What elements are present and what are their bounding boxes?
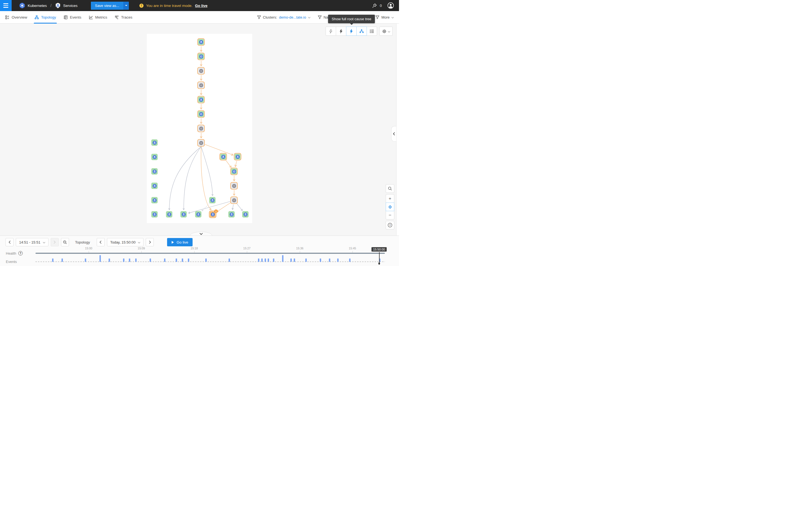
go-live-button[interactable]: Go live bbox=[167, 238, 193, 246]
list-view-button[interactable] bbox=[366, 26, 377, 36]
root-cause-none-button[interactable] bbox=[326, 26, 336, 36]
topology-node-a3[interactable] bbox=[198, 68, 204, 74]
event-bar[interactable] bbox=[261, 259, 263, 262]
tab-events[interactable]: Events bbox=[63, 11, 81, 23]
event-bar[interactable] bbox=[294, 259, 295, 262]
root-cause-direct-button[interactable] bbox=[336, 26, 346, 36]
topology-node-d4[interactable] bbox=[195, 211, 202, 217]
event-bar[interactable] bbox=[329, 259, 330, 262]
tick-label: 15:45 bbox=[349, 247, 356, 250]
timeline-zoom-out-button[interactable] bbox=[61, 238, 69, 246]
hamburger-menu-button[interactable] bbox=[0, 0, 12, 11]
graph-search-button[interactable] bbox=[386, 184, 394, 193]
zoom-out-button[interactable]: − bbox=[386, 211, 394, 220]
save-view-as-button[interactable]: Save view as... bbox=[91, 2, 129, 10]
topology-node-a5[interactable] bbox=[198, 96, 204, 103]
event-bar[interactable] bbox=[85, 259, 86, 262]
topology-node-a6[interactable] bbox=[198, 111, 204, 117]
event-bar[interactable] bbox=[129, 259, 130, 262]
tab-topology[interactable]: Topology bbox=[35, 11, 56, 23]
event-bar[interactable] bbox=[273, 259, 274, 262]
right-panel-expand-handle[interactable] bbox=[391, 126, 396, 141]
event-bar[interactable] bbox=[282, 255, 283, 262]
topology-node-a1[interactable] bbox=[198, 39, 204, 45]
user-avatar[interactable] bbox=[387, 2, 394, 9]
topology-node-d2[interactable] bbox=[166, 211, 172, 217]
zoom-in-button[interactable]: + bbox=[386, 194, 394, 203]
topology-node-d5[interactable]: 1 bbox=[209, 211, 216, 217]
topology-node-d7[interactable] bbox=[242, 211, 249, 217]
topology-node-a4[interactable] bbox=[198, 82, 204, 89]
topology-node-l4[interactable] bbox=[151, 183, 158, 189]
node-alert-badge[interactable]: 1 bbox=[214, 209, 218, 213]
event-bar[interactable] bbox=[349, 259, 350, 262]
topology-node-a7[interactable] bbox=[198, 125, 204, 132]
event-bar[interactable] bbox=[123, 259, 125, 262]
tab-traces[interactable]: Traces bbox=[115, 11, 132, 23]
health-timeline-bar[interactable] bbox=[36, 253, 385, 254]
event-bar[interactable] bbox=[320, 259, 321, 262]
topology-node-l2[interactable] bbox=[151, 154, 158, 160]
event-bar[interactable] bbox=[337, 259, 339, 262]
topology-node-l1[interactable] bbox=[151, 139, 158, 146]
chevron-down-icon bbox=[392, 16, 394, 18]
timeline-collapse-handle[interactable] bbox=[190, 232, 212, 235]
playhead-line[interactable] bbox=[379, 252, 380, 264]
event-bar[interactable] bbox=[205, 259, 207, 262]
event-bar[interactable] bbox=[258, 259, 259, 262]
event-bar[interactable] bbox=[229, 259, 230, 262]
topology-node-c1[interactable] bbox=[209, 197, 215, 203]
go-live-link[interactable]: Go live bbox=[195, 4, 208, 8]
topology-node-b4[interactable] bbox=[231, 183, 237, 189]
event-bar[interactable] bbox=[135, 259, 137, 262]
event-bar[interactable] bbox=[52, 259, 54, 262]
clusters-value[interactable]: demo-de...tate.io bbox=[279, 15, 306, 19]
event-bar[interactable] bbox=[182, 259, 183, 262]
fit-to-screen-button[interactable] bbox=[386, 203, 394, 211]
event-bar[interactable] bbox=[265, 259, 266, 262]
tab-overview[interactable]: Overview bbox=[5, 11, 27, 23]
topology-node-l3[interactable] bbox=[151, 168, 158, 174]
tab-metrics[interactable]: Metrics bbox=[89, 11, 108, 23]
topology-node-b2[interactable] bbox=[234, 153, 241, 160]
help-button[interactable]: ? bbox=[386, 221, 394, 229]
event-bar[interactable] bbox=[109, 259, 110, 262]
playhead-time-badge[interactable]: 15:50:00 bbox=[372, 247, 387, 252]
more-filters[interactable]: More bbox=[376, 15, 394, 19]
date-back-button[interactable] bbox=[97, 238, 105, 246]
event-bar[interactable] bbox=[290, 259, 292, 262]
topology-node-l5[interactable] bbox=[151, 197, 158, 203]
event-bar[interactable] bbox=[268, 259, 269, 262]
timeline[interactable]: Health ? Events 15:0015:0915:1815:2715:3… bbox=[0, 246, 399, 266]
topology-node-b5[interactable] bbox=[231, 197, 237, 203]
event-bar[interactable] bbox=[176, 259, 177, 262]
health-help-icon[interactable]: ? bbox=[18, 251, 23, 255]
topology-node-a2[interactable] bbox=[198, 53, 204, 60]
topology-node-d1[interactable] bbox=[151, 211, 158, 217]
topology-node-b3[interactable] bbox=[231, 168, 237, 174]
event-bar[interactable] bbox=[99, 255, 101, 262]
graph-view-button[interactable] bbox=[356, 26, 367, 36]
event-bar[interactable] bbox=[61, 259, 63, 262]
date-time-dropdown[interactable]: Today, 15:50:00 bbox=[107, 238, 144, 246]
playhead-dot[interactable] bbox=[379, 262, 380, 265]
save-view-caret[interactable] bbox=[123, 2, 129, 10]
event-bar[interactable] bbox=[164, 259, 166, 262]
topology-node-a8[interactable] bbox=[198, 140, 204, 146]
pin-icon[interactable] bbox=[372, 3, 377, 8]
breadcrumb-kubernetes[interactable]: Kubernetes bbox=[28, 4, 47, 8]
topology-node-b1[interactable] bbox=[220, 153, 226, 160]
event-bar[interactable] bbox=[150, 259, 151, 262]
breadcrumb-services[interactable]: Services bbox=[63, 4, 78, 8]
view-settings-button[interactable] bbox=[379, 26, 393, 36]
topology-node-d3[interactable] bbox=[180, 211, 187, 217]
date-forward-button[interactable] bbox=[146, 238, 154, 246]
topology-node-d6[interactable] bbox=[228, 211, 235, 217]
save-view-as-label[interactable]: Save view as... bbox=[91, 2, 123, 10]
time-range-dropdown[interactable]: 14:51 - 15:51 bbox=[16, 238, 49, 246]
range-back-button[interactable] bbox=[5, 238, 14, 246]
event-bar[interactable] bbox=[305, 259, 307, 262]
clusters-filter[interactable]: Clusters: demo-de...tate.io bbox=[257, 15, 310, 19]
event-bar[interactable] bbox=[188, 259, 189, 262]
root-cause-full-button[interactable] bbox=[346, 26, 357, 36]
